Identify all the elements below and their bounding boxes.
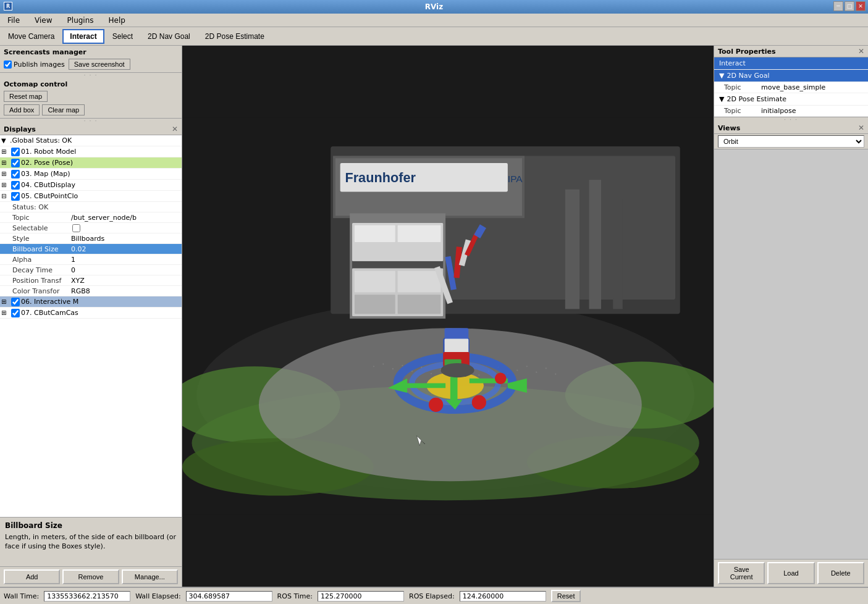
publish-images-checkbox[interactable] [4,61,12,69]
display-02-label: 02. Pose (Pose) [21,159,180,167]
resize-handle-right[interactable]: · · · [714,117,868,122]
ros-time-value: 125.270000 [318,591,404,602]
display-item-07[interactable]: ⊞ 07. CButCamCas [0,308,182,319]
views-canvas [714,149,868,559]
wall-elapsed-value: 304.689587 [186,591,272,602]
load-button[interactable]: Load [767,562,814,584]
display-item-05[interactable]: ⊟ 05. CButPointClo [0,191,182,202]
menu-view[interactable]: View [30,15,57,26]
svg-rect-19 [352,261,443,269]
scene-svg: Fraunhofer IPA [182,46,714,587]
delete-button[interactable]: Delete [817,562,864,584]
svg-point-47 [555,374,556,375]
display-04-label: 04. CButDisplay [21,181,180,189]
displays-title: Displays [4,125,36,133]
add-display-button[interactable]: Add [4,569,60,584]
reset-map-button[interactable]: Reset map [4,91,48,102]
svg-rect-65 [445,338,469,353]
toolbar-move-camera[interactable]: Move Camera [1,29,61,44]
wall-time-value: 1335533662.213570 [44,591,130,602]
tool-interact[interactable]: Interact [714,57,868,70]
tool-2d-pose-estimate-label: 2D Pose Estimate [727,95,786,103]
display-02-checkbox[interactable] [11,159,20,167]
display-05-checkbox[interactable] [11,192,20,201]
toolbar-interact[interactable]: Interact [62,29,104,44]
menu-plugins[interactable]: Plugins [62,15,99,26]
statusbar: Wall Time: 1335533662.213570 Wall Elapse… [0,587,868,604]
display-01-checkbox[interactable] [11,148,20,156]
views-close[interactable]: ✕ [858,124,864,132]
displays-close[interactable]: ✕ [172,125,178,133]
display-item-03[interactable]: ⊞ 03. Map (Map) [0,169,182,180]
prop-decay-time[interactable]: Decay Time 0 [0,265,182,275]
minimize-button[interactable]: ─ [833,1,843,11]
svg-text:IPA: IPA [508,174,523,184]
maximize-button[interactable]: □ [845,1,854,11]
save-screenshot-button[interactable]: Save screenshot [69,59,130,70]
menu-help[interactable]: Help [104,15,130,26]
titlebar-controls: ─ □ ✕ [833,1,866,11]
tool-2d-pose-estimate[interactable]: ▼ 2D Pose Estimate [714,93,868,106]
tool-props-list: Interact ▼ 2D Nav Goal Topic move_base_s… [714,57,868,117]
prop-status: Status: OK [0,202,182,212]
clear-map-button[interactable]: Clear map [42,104,85,115]
octomap-section: Octomap control Reset map Add box Clear … [0,78,182,119]
display-item-02[interactable]: ⊞ 02. Pose (Pose) [0,157,182,169]
center-3d-view[interactable]: Fraunhofer IPA [182,46,714,587]
prop-color-transform[interactable]: Color Transfor RGB8 [0,286,182,296]
resize-handle-2[interactable]: · · · [0,119,182,124]
reset-button[interactable]: Reset [551,590,581,602]
toolbar-2d-nav-goal[interactable]: 2D Nav Goal [141,29,197,44]
display-03-label: 03. Map (Map) [21,170,180,178]
info-text: Length, in meters, of the side of each b… [5,532,177,552]
prop-alpha[interactable]: Alpha 1 [0,254,182,265]
svg-rect-27 [613,199,622,309]
svg-rect-18 [398,225,441,242]
selectable-checkbox[interactable] [72,224,80,232]
global-status-item[interactable]: ▼ .Global Status: OK [0,135,182,146]
svg-rect-23 [355,295,395,314]
publish-images-label[interactable]: Publish images [4,61,65,69]
manage-display-button[interactable]: Manage... [122,569,178,584]
displays-tree[interactable]: ▼ .Global Status: OK ⊞ 01. Robot Model ⊞… [0,135,182,517]
titlebar-icon: R [4,2,12,10]
display-04-checkbox[interactable] [11,181,20,190]
prop-topic[interactable]: Topic /but_server_node/b [0,212,182,223]
screencasts-title: Screencasts manager [4,48,178,56]
toolbar-select[interactable]: Select [106,29,140,44]
info-title: Billboard Size [5,521,177,530]
menu-file[interactable]: File [2,15,25,26]
display-item-01[interactable]: ⊞ 01. Robot Model [0,146,182,157]
canvas-area[interactable]: Fraunhofer IPA [182,46,714,587]
tool-2d-nav-goal-prop: Topic move_base_simple [714,82,868,93]
views-dropdown[interactable]: Orbit TopDownOrtho XYOrbit ThirdPersonFo… [718,135,864,148]
add-box-button[interactable]: Add box [4,104,40,115]
tool-2d-nav-goal[interactable]: ▼ 2D Nav Goal [714,70,868,82]
prop-billboard-size[interactable]: Billboard Size 0.02 [0,244,182,254]
prop-style[interactable]: Style Billboards [0,233,182,244]
close-button[interactable]: ✕ [856,1,866,11]
display-03-checkbox[interactable] [11,170,20,178]
remove-display-button[interactable]: Remove [62,569,119,584]
display-06-label: 06. Interactive M [21,298,180,306]
display-07-checkbox[interactable] [11,309,20,317]
display-item-04[interactable]: ⊞ 04. CButDisplay [0,180,182,191]
display-05-label: 05. CButPointClo [21,192,180,200]
toolbar-2d-pose-estimate[interactable]: 2D Pose Estimate [198,29,271,44]
svg-text:Fraunhofer: Fraunhofer [345,170,416,185]
svg-point-46 [546,367,547,369]
display-06-checkbox[interactable] [11,298,20,306]
save-current-button[interactable]: Save Current [718,562,765,584]
display-item-06[interactable]: ⊞ 06. Interactive M [0,296,182,308]
svg-point-55 [429,398,443,412]
wall-elapsed-label: Wall Elapsed: [135,592,180,600]
info-section: Billboard Size Length, in meters, of the… [0,518,182,567]
svg-point-31 [402,365,403,366]
tool-props-close[interactable]: ✕ [858,47,864,56]
prop-position-transform[interactable]: Position Transf XYZ [0,275,182,286]
resize-handle-1[interactable]: · · · [0,73,182,78]
global-status-label: .Global Status: OK [10,136,180,145]
svg-point-43 [516,369,518,371]
prop-selectable[interactable]: Selectable [0,223,182,233]
right-bottom-buttons: Save Current Load Delete [714,559,868,587]
